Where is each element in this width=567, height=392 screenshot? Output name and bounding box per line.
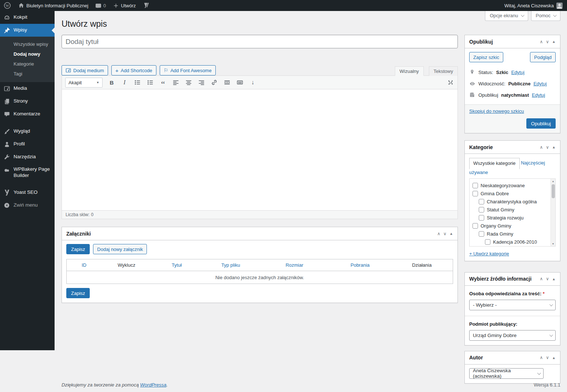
sidebar-item-media[interactable]: Media [0,82,55,95]
wordpress-logo-menu[interactable]: W [0,0,15,11]
scroll-up-icon[interactable]: ▲ [551,179,555,184]
tab-visual[interactable]: Wizualny [395,66,424,76]
category-item[interactable]: Nieskategoryzowane [472,182,549,190]
author-select[interactable]: Aneta Ciszewska (aciszewska) [469,368,544,379]
screen-options-tab[interactable]: Opcje ekranu [485,11,528,21]
align-right-icon[interactable] [198,79,205,86]
attachments-header[interactable]: Załączniki ∧ ∨ ▲ [62,227,457,240]
category-item[interactable]: Kadencja 2006-2010 [485,238,549,246]
toggle-panel-icon[interactable]: ▲ [449,232,453,236]
sidebar-item-all-posts[interactable]: Wszystkie wpisy [0,39,55,49]
help-tab[interactable]: Pomoc [531,11,560,21]
column-header-title[interactable]: Tytuł [152,262,202,268]
sidebar-item-wpbakery[interactable]: WPBakery Page Builder [0,163,55,182]
category-scrollbar[interactable]: ▲ ▼ [551,179,555,246]
sidebar-item-dashboard[interactable]: Kokpit [0,11,55,24]
italic-icon[interactable]: I [121,79,128,86]
add-shortcode-button[interactable]: + Add Shortcode [111,65,156,75]
category-checkbox[interactable] [479,199,484,204]
column-header-id[interactable]: ID [67,262,101,268]
bullet-list-icon[interactable] [134,79,141,86]
column-header-downloads[interactable]: Pobrania [329,262,391,268]
column-header-filetype[interactable]: Typ pliku [202,262,260,268]
category-checkbox[interactable] [479,215,484,221]
order-down-icon[interactable]: ∨ [546,355,549,360]
category-item[interactable]: Charakterystyka ogólna [479,198,549,206]
toggle-panel-icon[interactable]: ▲ [552,277,556,281]
order-up-icon[interactable]: ∧ [540,145,543,149]
more-tag-icon[interactable] [223,79,231,86]
link-icon[interactable] [211,79,218,86]
responsible-person-select[interactable]: - Wybierz - [469,300,556,310]
editor-content-area[interactable] [62,89,457,210]
tab-all-categories[interactable]: Wszystkie kategorie [469,158,520,169]
sidebar-item-pages[interactable]: Strony [0,95,55,108]
sidebar-item-posts[interactable]: Wpisy [0,24,55,37]
sidebar-item-collapse-menu[interactable]: Zwiń menu [0,199,55,212]
attachments-save-button[interactable]: Zapisz [66,244,90,254]
sidebar-item-categories[interactable]: Kategorie [0,59,55,69]
order-up-icon[interactable]: ∧ [540,40,543,44]
preview-button[interactable]: Podgląd [530,52,556,62]
category-checkbox[interactable] [472,191,478,196]
scroll-thumb[interactable] [552,184,555,198]
toggle-panel-icon[interactable]: ▲ [552,40,556,44]
numbered-list-icon[interactable] [147,79,154,86]
category-checkbox[interactable] [479,231,484,237]
category-item[interactable]: Gmina Dobre [472,190,549,198]
author-header[interactable]: Autor ∧ ∨ ▲ [465,351,560,365]
order-up-icon[interactable]: ∧ [540,277,543,281]
publisher-select[interactable]: Urząd Gminy Dobre [469,330,556,341]
howdy-greeting[interactable]: Witaj, Aneta Ciszewska [504,3,554,8]
order-up-icon[interactable]: ∧ [540,355,543,360]
category-item[interactable]: Strategia rozwoju [479,214,549,222]
edit-schedule-link[interactable]: Edytuj [532,92,545,98]
blockquote-icon[interactable]: “ [159,79,167,86]
order-down-icon[interactable]: ∨ [546,40,549,44]
sidebar-item-appearance[interactable]: Wygląd [0,125,55,138]
attachments-save-button-bottom[interactable]: Zapisz [66,288,90,298]
align-center-icon[interactable] [185,79,192,86]
publish-header[interactable]: Opublikuj ∧ ∨ ▲ [465,35,560,48]
comments-shortcut[interactable]: 0 [92,0,110,11]
sidebar-item-tools[interactable]: Narzędzia [0,151,55,163]
sidebar-item-add-new[interactable]: Dodaj nowy [0,49,55,59]
order-down-icon[interactable]: ∨ [443,232,446,236]
toggle-panel-icon[interactable]: ▲ [552,145,556,149]
sidebar-item-comments[interactable]: Komentarze [0,108,55,121]
category-item[interactable]: Statut Gminy [479,206,549,214]
wordpress-link[interactable]: WordPressa [140,382,167,388]
avatar[interactable] [556,3,563,9]
publish-button[interactable]: Opublikuj [526,118,556,129]
align-left-icon[interactable] [172,79,179,86]
order-up-icon[interactable]: ∧ [437,232,441,236]
sidebar-item-tags[interactable]: Tagi [0,69,55,79]
add-attachment-button[interactable]: Dodaj nowy załącznik [93,244,147,254]
paragraph-format-select[interactable]: Akapit ▼ [65,78,103,88]
new-content-menu[interactable]: Utwórz [110,0,139,11]
edit-status-link[interactable]: Edytuj [511,70,525,75]
post-title-input[interactable] [62,35,458,48]
down-arrow-icon[interactable]: ↓ [249,79,256,86]
tab-text[interactable]: Tekstowy [429,66,458,76]
add-media-button[interactable]: Dodaj medium [62,65,108,75]
column-header-size[interactable]: Rozmiar [260,262,329,268]
toolbar-toggle-icon[interactable] [236,79,244,86]
sidebar-item-yoast-seo[interactable]: Yoast SEO [0,186,55,199]
sidebar-item-profile[interactable]: Profil [0,138,55,151]
site-link[interactable]: Biuletyn Informacji Publicznej [15,0,92,11]
category-checkbox[interactable] [472,183,478,188]
toggle-panel-icon[interactable]: ▲ [552,356,556,360]
bold-icon[interactable]: B [108,79,115,86]
scroll-down-icon[interactable]: ▼ [551,241,555,246]
category-checkbox[interactable] [479,207,484,212]
category-checkbox[interactable] [472,223,478,229]
fullscreen-icon[interactable] [447,79,454,86]
add-category-link[interactable]: + Utwórz kategorię [469,251,509,256]
yoast-toolbar-menu[interactable] [140,0,153,11]
add-font-awesome-button[interactable]: ⚐ Add Font Awesome [160,65,216,75]
order-down-icon[interactable]: ∨ [546,277,549,281]
source-header[interactable]: Wybierz źródło informacji ∧ ∨ ▲ [465,273,560,286]
order-down-icon[interactable]: ∨ [546,145,549,149]
save-draft-button[interactable]: Zapisz szkic [469,52,503,62]
